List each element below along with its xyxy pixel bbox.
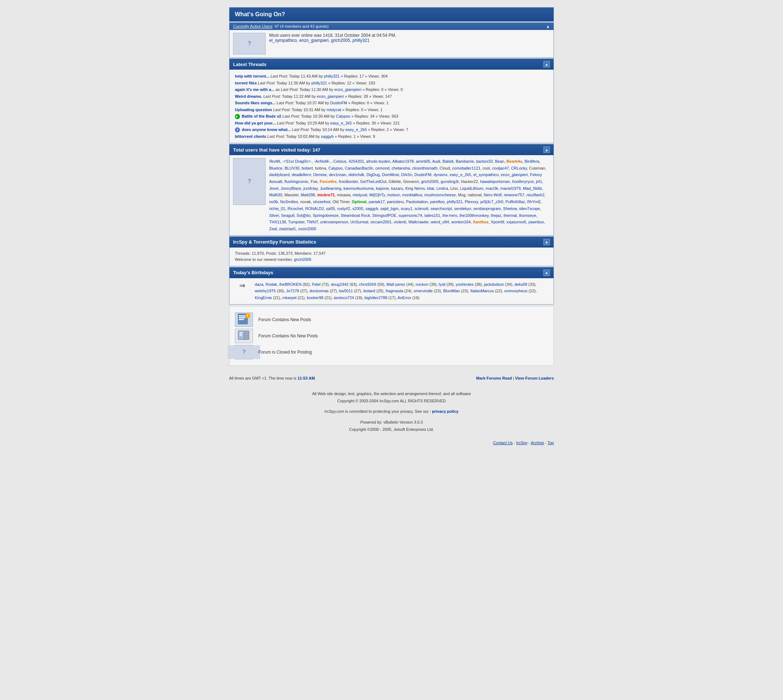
visitor-wierd-o84[interactable]: wierd_o84 xyxy=(431,220,449,224)
visitor-s2000[interactable]: s2000 xyxy=(353,207,363,211)
birthday-bluntman[interactable]: BluntMan xyxy=(443,289,460,293)
thread-link-4[interactable]: Weird dreams. xyxy=(235,94,262,98)
visitor-jrzofclay[interactable]: jrzofclay xyxy=(303,186,318,190)
birthday-chris9269[interactable]: chris9269 xyxy=(359,282,377,287)
visitor-4254201[interactable]: 4254201 xyxy=(348,159,364,163)
collapse-latest-threads[interactable]: ▲ xyxy=(543,61,550,67)
birthday-iamloco724[interactable]: iamloco724 xyxy=(334,295,354,300)
visitor-jexel[interactable]: Jexel xyxy=(269,186,278,190)
birthday-daza[interactable]: daza xyxy=(255,282,263,287)
visitor-gettheled[interactable]: GetTheLedOut xyxy=(360,179,387,184)
birthday-ommorpheus[interactable]: ommorpheus xyxy=(505,289,528,293)
visitor-cemond[interactable]: cemond xyxy=(375,166,389,170)
thread-link-9[interactable]: does anyone know what... xyxy=(242,127,291,132)
visitor-twhit[interactable]: TWhiT xyxy=(307,220,318,224)
visitor-ohzeefool[interactable]: ohzeefool xyxy=(313,200,330,204)
visitor-the-hero[interactable]: the-hero xyxy=(442,213,457,218)
visitor-bearb4u[interactable]: Bearb4u xyxy=(506,159,523,163)
birthday-jackdodson[interactable]: jackdodson xyxy=(484,282,504,287)
visitor-rhyme[interactable]: RhYmE xyxy=(527,200,541,204)
visitor-bambarrie[interactable]: Bambarrie xyxy=(456,159,474,163)
visitor-monktallica[interactable]: monktallica xyxy=(402,193,422,197)
visitor-audi[interactable]: Audi xyxy=(432,159,440,163)
visitor-silen7scope[interactable]: silen7scope xyxy=(519,207,540,211)
visitor-stringsofpoe[interactable]: StringsofPOE xyxy=(372,213,396,218)
user-link-grich2005[interactable]: grich2005 xyxy=(331,38,350,43)
visitor-maciel1979[interactable]: maciel1979 xyxy=(500,186,521,190)
visitor-kanmuri[interactable]: kanmurikurisuma xyxy=(343,186,374,190)
visitor-xanthus[interactable]: Xanthus xyxy=(473,220,488,224)
footer-time-link[interactable]: 11:53 AM xyxy=(297,376,315,380)
user-saggyb[interactable]: saggyb xyxy=(321,134,333,138)
visitor-matt288[interactable]: Matt288 xyxy=(301,193,315,197)
visitor-nosmilies[interactable]: NoSmilies xyxy=(280,200,298,204)
visitor-kingnemo[interactable]: King Nemo xyxy=(405,186,425,190)
visitor-dev1nsan[interactable]: dev1nsan xyxy=(329,172,347,177)
thread-link-10[interactable]: bittorrent clients xyxy=(235,134,266,138)
visitor-jonnyblaze[interactable]: JonnyBlaze xyxy=(281,186,301,190)
visitor-rpi05[interactable]: rpi05 xyxy=(326,207,335,211)
visitor-viccam2001[interactable]: viccam2001 xyxy=(371,220,392,224)
active-users-link[interactable]: Currently Active Users xyxy=(233,24,272,28)
visitor-liquidlithium[interactable]: LiquidLithium xyxy=(460,186,483,190)
visitor-dynamx[interactable]: dynamx xyxy=(434,172,448,177)
visitor-nerowolf[interactable]: Nero-Wolf xyxy=(484,193,501,197)
collapse-visitors[interactable]: ▲ xyxy=(543,147,550,153)
visitor-mickro71[interactable]: mickro71 xyxy=(317,193,335,197)
visitor-calypso[interactable]: Calypso xyxy=(328,166,343,170)
visitor-hawaii[interactable]: hawaiisportsman xyxy=(480,179,510,184)
visitor-philly321[interactable]: philly321 xyxy=(447,200,462,204)
user-philly321-1[interactable]: philly321 xyxy=(324,74,340,78)
visitor-enzo-giampieri[interactable]: enzo_giampieri xyxy=(501,172,528,177)
visitor-plexxxy[interactable]: Plexxxy xyxy=(465,200,478,204)
visitor-ronald2[interactable]: RONALD2 xyxy=(305,207,324,211)
visitor-cooljac47[interactable]: cooljac47 xyxy=(492,166,509,170)
birthday-fidel[interactable]: Fidel xyxy=(312,282,320,287)
visitor-paniak17[interactable]: paniak17 xyxy=(369,200,385,204)
visitor-frootbooter[interactable]: frootbooter xyxy=(339,179,358,184)
birthday-fragmasta[interactable]: fragmasta xyxy=(386,289,403,293)
privacy-policy-link[interactable]: privacy policy xyxy=(432,409,458,413)
visitor-zozin2000[interactable]: zozin2000 xyxy=(298,227,316,231)
user-enzo-2[interactable]: enzo_giampieri xyxy=(317,94,344,98)
visitor-paolostation[interactable]: Paolostation xyxy=(406,200,428,204)
visitor-the100th[interactable]: the100thmonkey xyxy=(459,213,488,218)
visitor-maci3k[interactable]: maci3k xyxy=(486,186,498,190)
mark-forums-read-link[interactable]: Mark Forums Read xyxy=(476,376,512,380)
birthday-italianmarcus[interactable]: ItalianMarcus xyxy=(470,289,494,293)
visitor-ricochet[interactable]: Ricochet xyxy=(288,207,303,211)
visitor-bean[interactable]: Bean xyxy=(495,159,505,163)
visitor-sentian[interactable]: sentianprogram xyxy=(473,207,501,211)
visitor-zeal[interactable]: Zeal xyxy=(269,227,277,231)
visitor-silver[interactable]: Silver xyxy=(269,213,279,218)
thread-link-5[interactable]: Sounds likes songs... xyxy=(235,101,275,105)
visitor-birdifera[interactable]: Birdifera xyxy=(525,159,540,163)
birthday-nockon[interactable]: nockon xyxy=(416,282,428,287)
visitor-s1vr[interactable]: -=S1vr Drag0n=- xyxy=(282,159,312,163)
visitor-optimal[interactable]: Optimal xyxy=(352,200,367,204)
visitor-rusty2[interactable]: rusty#2 xyxy=(337,207,350,211)
visitor-wallcrawler[interactable]: Wallcrawler xyxy=(408,220,429,224)
visitor-mighty[interactable]: Mi[G]hTy xyxy=(370,193,385,197)
visitor-mal630[interactable]: Mal630 xyxy=(269,193,282,197)
thread-link-3[interactable]: again it's me with a... xyxy=(235,87,275,92)
user-easy-e2k5-2[interactable]: easy_e_2k5 xyxy=(345,127,367,132)
visitor-solatio[interactable]: Sol@tio xyxy=(297,213,311,218)
visitor-springobreeze[interactable]: Springobreeze xyxy=(313,213,339,218)
user-philly321-2[interactable]: philly321 xyxy=(312,81,327,85)
visitor-violent[interactable]: violenti xyxy=(394,220,406,224)
visitor-tailes151[interactable]: tailes151 xyxy=(424,213,440,218)
visitor-unknownperson[interactable]: unknownperson xyxy=(320,220,348,224)
birthday-anerror[interactable]: AnError xyxy=(398,295,411,300)
visitor-dommost[interactable]: DomMost xyxy=(382,172,399,177)
birthday-lestard[interactable]: lestard xyxy=(363,289,375,293)
collapse-birthdays[interactable]: ▲ xyxy=(543,270,550,276)
thread-link-2[interactable]: torrent files xyxy=(235,81,257,85)
visitor-newone757[interactable]: newone757 xyxy=(504,193,524,197)
birthday-yoshirules[interactable]: yoshirules xyxy=(456,282,474,287)
birthday-welshy1975[interactable]: welshy1975 xyxy=(255,289,276,293)
visitor-panickinu[interactable]: panickinu xyxy=(387,200,404,204)
visitor-justlearning[interactable]: Justlearning xyxy=(320,186,341,190)
user-link-enzo[interactable]: enzo_giampieri xyxy=(299,38,328,43)
visitor-albator1978[interactable]: Albator1978 xyxy=(392,159,413,163)
